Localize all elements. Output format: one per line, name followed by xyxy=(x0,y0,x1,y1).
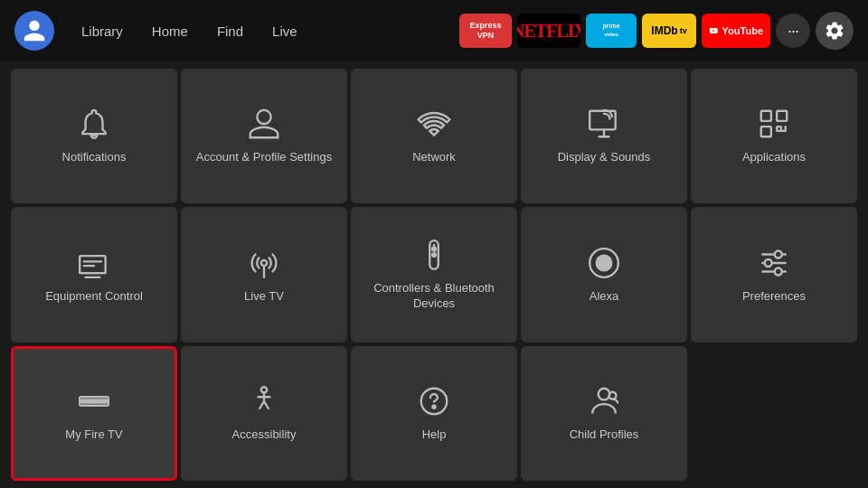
user-avatar[interactable] xyxy=(14,11,54,51)
grid-item-my-fire-tv[interactable]: My Fire TV xyxy=(11,346,177,481)
navigation-bar: Library Home Find Live ExpressVPN NETFLI… xyxy=(0,0,868,61)
help-label: Help xyxy=(422,427,447,443)
grid-item-alexa[interactable]: Alexa xyxy=(521,207,687,342)
grid-item-account-profile[interactable]: Account & Profile Settings xyxy=(181,69,347,203)
netflix-icon[interactable]: NETFLIX xyxy=(517,14,580,48)
alexa-icon xyxy=(587,246,621,280)
svg-point-23 xyxy=(775,267,782,275)
grid-item-display-sounds[interactable]: Display & Sounds xyxy=(521,69,687,203)
svg-rect-8 xyxy=(761,127,771,136)
grid-item-notifications[interactable]: Notifications xyxy=(11,69,177,203)
accessibility-label: Accessibility xyxy=(232,427,297,443)
app-shortcuts: ExpressVPN NETFLIX prime video IMDb tv Y… xyxy=(459,12,854,50)
expressvpn-icon[interactable]: ExpressVPN xyxy=(459,14,512,48)
settings-grid: Notifications Account & Profile Settings… xyxy=(0,61,868,488)
grid-item-controllers-bluetooth[interactable]: Controllers & Bluetooth Devices xyxy=(351,207,517,342)
youtube-icon[interactable]: YouTube xyxy=(702,14,770,48)
accessibility-icon xyxy=(247,384,281,418)
settings-button[interactable] xyxy=(816,12,854,50)
grid-item-equipment-control[interactable]: Equipment Control xyxy=(11,207,177,342)
controllers-bluetooth-label: Controllers & Bluetooth Devices xyxy=(360,281,508,312)
svg-rect-24 xyxy=(81,399,108,402)
svg-point-14 xyxy=(432,253,436,257)
bell-icon xyxy=(77,107,111,141)
imdb-icon[interactable]: IMDb tv xyxy=(642,14,696,48)
nav-live[interactable]: Live xyxy=(259,18,310,44)
remote-icon xyxy=(417,238,451,272)
grid-item-network[interactable]: Network xyxy=(351,69,517,203)
tv-icon xyxy=(77,246,111,280)
display-sounds-label: Display & Sounds xyxy=(558,150,651,165)
child-profiles-icon xyxy=(587,384,621,418)
grid-item-child-profiles[interactable]: Child Profiles xyxy=(521,346,687,481)
svg-point-26 xyxy=(261,387,267,392)
svg-point-22 xyxy=(765,259,772,267)
sliders-icon xyxy=(757,246,791,280)
nav-home[interactable]: Home xyxy=(139,18,201,44)
person-icon xyxy=(247,107,281,141)
svg-point-29 xyxy=(599,389,610,400)
preferences-label: Preferences xyxy=(742,289,806,305)
help-icon xyxy=(417,384,451,418)
grid-item-live-tv[interactable]: Live TV xyxy=(181,207,347,342)
alexa-label: Alexa xyxy=(590,289,619,305)
notifications-label: Notifications xyxy=(62,150,127,165)
child-profiles-label: Child Profiles xyxy=(570,427,639,443)
prime-video-icon[interactable]: prime video xyxy=(586,14,637,48)
svg-rect-5 xyxy=(761,111,771,121)
apps-icon xyxy=(757,107,791,141)
applications-label: Applications xyxy=(742,150,806,165)
svg-point-21 xyxy=(775,250,782,258)
account-profile-label: Account & Profile Settings xyxy=(196,150,332,165)
svg-point-28 xyxy=(432,406,435,408)
live-tv-label: Live TV xyxy=(244,289,284,305)
svg-text:video: video xyxy=(604,32,618,37)
antenna-icon xyxy=(247,246,281,280)
nav-find[interactable]: Find xyxy=(204,18,256,44)
wifi-icon xyxy=(417,107,451,141)
grid-item-help[interactable]: Help xyxy=(351,346,517,481)
grid-item-accessibility[interactable]: Accessibility xyxy=(181,346,347,481)
display-icon xyxy=(587,107,621,141)
my-fire-tv-label: My Fire TV xyxy=(65,427,122,443)
nav-library[interactable]: Library xyxy=(69,18,136,44)
equipment-control-label: Equipment Control xyxy=(45,289,143,305)
network-label: Network xyxy=(412,150,456,165)
svg-rect-9 xyxy=(80,256,106,273)
svg-point-13 xyxy=(432,248,436,251)
svg-text:prime: prime xyxy=(602,23,619,30)
svg-rect-6 xyxy=(777,111,787,121)
grid-item-applications[interactable]: Applications xyxy=(691,69,857,203)
grid-item-preferences[interactable]: Preferences xyxy=(691,207,857,342)
firetv-icon xyxy=(77,384,111,418)
svg-point-17 xyxy=(596,254,613,271)
more-apps-button[interactable]: ··· xyxy=(776,14,810,48)
nav-links: Library Home Find Live xyxy=(69,18,310,44)
